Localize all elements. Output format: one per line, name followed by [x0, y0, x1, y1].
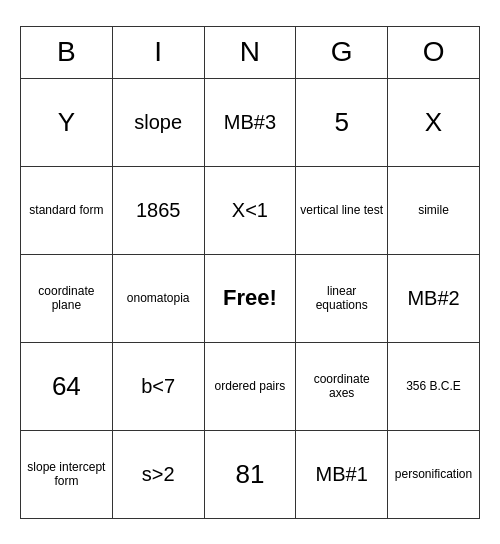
- bingo-cell-r3-c1: b<7: [112, 342, 204, 430]
- bingo-cell-r2-c1: onomatopia: [112, 254, 204, 342]
- bingo-cell-r3-c3: coordinate axes: [296, 342, 388, 430]
- bingo-header-letter: B: [21, 26, 113, 78]
- bingo-cell-r0-c2: MB#3: [204, 78, 296, 166]
- bingo-cell-r0-c1: slope: [112, 78, 204, 166]
- bingo-header-letter: G: [296, 26, 388, 78]
- bingo-cell-r0-c4: X: [388, 78, 480, 166]
- bingo-header-letter: O: [388, 26, 480, 78]
- bingo-cell-r0-c3: 5: [296, 78, 388, 166]
- bingo-cell-r4-c4: personification: [388, 430, 480, 518]
- bingo-cell-r4-c2: 81: [204, 430, 296, 518]
- bingo-cell-r2-c3: linear equations: [296, 254, 388, 342]
- bingo-cell-r0-c0: Y: [21, 78, 113, 166]
- bingo-cell-r2-c2: Free!: [204, 254, 296, 342]
- bingo-cell-r3-c4: 356 B.C.E: [388, 342, 480, 430]
- bingo-cell-r1-c1: 1865: [112, 166, 204, 254]
- bingo-cell-r2-c4: MB#2: [388, 254, 480, 342]
- bingo-header-letter: N: [204, 26, 296, 78]
- bingo-cell-r1-c0: standard form: [21, 166, 113, 254]
- bingo-cell-r2-c0: coordinate plane: [21, 254, 113, 342]
- bingo-cell-r4-c3: MB#1: [296, 430, 388, 518]
- bingo-cell-r1-c3: vertical line test: [296, 166, 388, 254]
- bingo-cell-r1-c4: simile: [388, 166, 480, 254]
- bingo-cell-r1-c2: X<1: [204, 166, 296, 254]
- bingo-cell-r3-c2: ordered pairs: [204, 342, 296, 430]
- bingo-card: BINGO YslopeMB#35Xstandard form1865X<1ve…: [20, 26, 480, 519]
- bingo-header-letter: I: [112, 26, 204, 78]
- bingo-cell-r4-c1: s>2: [112, 430, 204, 518]
- bingo-cell-r3-c0: 64: [21, 342, 113, 430]
- bingo-cell-r4-c0: slope intercept form: [21, 430, 113, 518]
